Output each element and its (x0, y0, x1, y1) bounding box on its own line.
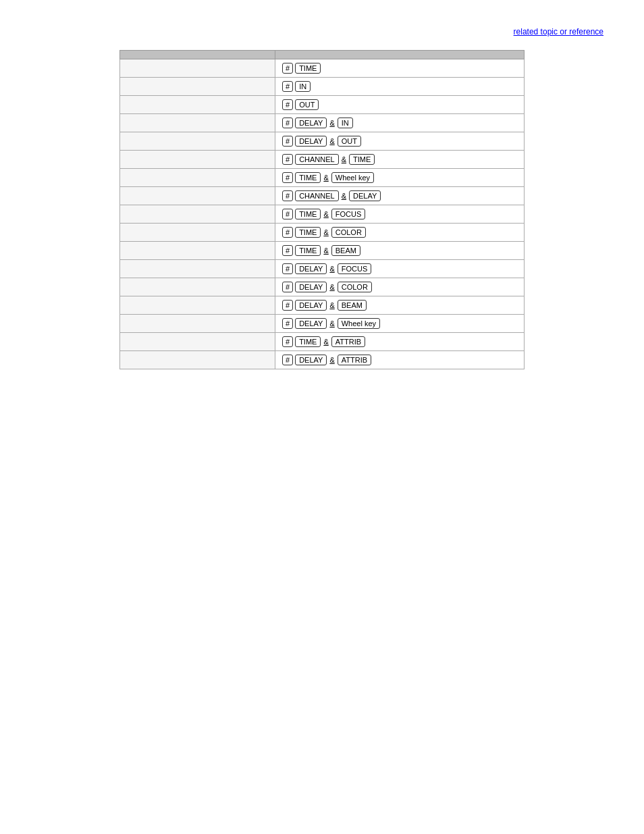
table-row: #DELAY&ATTRIB (120, 351, 525, 369)
keyboard-key: Wheel key (338, 318, 380, 329)
reference-link[interactable]: related topic or reference (41, 27, 603, 36)
keyboard-key: FOCUS (338, 263, 372, 274)
page-header: related topic or reference (41, 27, 603, 36)
keyboard-key: TIME (295, 245, 321, 256)
row-keys: #CHANNEL&TIME (275, 151, 525, 169)
row-label (120, 296, 275, 315)
row-keys: #TIME&ATTRIB (275, 333, 525, 351)
keyboard-key: DELAY (295, 136, 327, 147)
table-row: #TIME&Wheel key (120, 169, 525, 187)
row-label (120, 205, 275, 224)
row-label (120, 169, 275, 187)
table-row: #DELAY&Wheel key (120, 315, 525, 333)
table-row: #TIME&BEAM (120, 242, 525, 260)
keyboard-key: TIME (295, 63, 321, 74)
keyboard-key: OUT (338, 136, 361, 147)
shortcuts-table: #TIME#IN#OUT#DELAY&IN#DELAY&OUT#CHANNEL&… (119, 50, 525, 369)
hash-key: # (282, 118, 293, 128)
keyboard-key: COLOR (331, 227, 366, 238)
keyboard-key: CHANNEL (295, 154, 339, 165)
row-keys: #DELAY&OUT (275, 132, 525, 151)
row-label (120, 96, 275, 114)
ampersand: & (342, 192, 346, 200)
table-row: #TIME (120, 59, 525, 78)
keyboard-key: IN (295, 81, 311, 92)
table-row: #TIME&COLOR (120, 224, 525, 242)
hash-key: # (282, 263, 293, 274)
ampersand: & (329, 319, 334, 328)
ampersand: & (329, 137, 334, 145)
ampersand: & (329, 283, 334, 291)
row-keys: #TIME (275, 59, 525, 78)
keyboard-key: DELAY (295, 318, 327, 329)
row-keys: #CHANNEL&DELAY (275, 187, 525, 205)
row-keys: #TIME&COLOR (275, 224, 525, 242)
row-label (120, 114, 275, 132)
keyboard-key: CHANNEL (295, 190, 339, 201)
keyboard-key: Wheel key (331, 172, 374, 183)
table-row: #CHANNEL&DELAY (120, 187, 525, 205)
row-keys: #TIME&FOCUS (275, 205, 525, 224)
keyboard-key: OUT (295, 99, 319, 110)
row-label (120, 351, 275, 369)
hash-key: # (282, 355, 293, 365)
table-row: #DELAY&IN (120, 114, 525, 132)
keyboard-key: TIME (295, 209, 321, 219)
hash-key: # (282, 300, 293, 311)
keyboard-key: ATTRIB (338, 355, 371, 365)
row-label (120, 242, 275, 260)
row-label (120, 151, 275, 169)
keyboard-key: TIME (295, 227, 321, 238)
row-label (120, 187, 275, 205)
keyboard-key: IN (338, 118, 353, 128)
row-keys: #DELAY&FOCUS (275, 260, 525, 278)
hash-key: # (282, 99, 293, 110)
row-keys: #TIME&BEAM (275, 242, 525, 260)
keyboard-key: DELAY (295, 355, 327, 365)
row-label (120, 132, 275, 151)
hash-key: # (282, 190, 293, 201)
hash-key: # (282, 227, 293, 238)
ampersand: & (323, 228, 328, 236)
hash-key: # (282, 154, 293, 165)
row-keys: #DELAY&ATTRIB (275, 351, 525, 369)
keyboard-key: DELAY (349, 190, 381, 201)
table-row: #DELAY&OUT (120, 132, 525, 151)
col1-header (120, 51, 275, 59)
hash-key: # (282, 209, 293, 219)
hash-key: # (282, 318, 293, 329)
table-row: #TIME&ATTRIB (120, 333, 525, 351)
row-keys: #IN (275, 78, 525, 96)
hash-key: # (282, 81, 293, 92)
keyboard-key: BEAM (331, 245, 360, 256)
table-row: #DELAY&BEAM (120, 296, 525, 315)
table-row: #IN (120, 78, 525, 96)
ampersand: & (323, 338, 328, 346)
hash-key: # (282, 282, 293, 292)
table-row: #CHANNEL&TIME (120, 151, 525, 169)
ampersand: & (329, 356, 334, 364)
keyboard-key: DELAY (295, 300, 327, 311)
ampersand: & (342, 155, 346, 163)
row-keys: #TIME&Wheel key (275, 169, 525, 187)
row-label (120, 333, 275, 351)
table-row: #DELAY&FOCUS (120, 260, 525, 278)
keyboard-key: BEAM (338, 300, 367, 311)
ampersand: & (329, 301, 334, 309)
hash-key: # (282, 245, 293, 256)
row-label (120, 278, 275, 296)
hash-key: # (282, 336, 293, 347)
row-keys: #DELAY&BEAM (275, 296, 525, 315)
row-label (120, 224, 275, 242)
ampersand: & (323, 210, 328, 218)
col2-header (275, 51, 525, 59)
keyboard-key: TIME (295, 172, 321, 183)
table-row: #OUT (120, 96, 525, 114)
hash-key: # (282, 172, 293, 183)
keyboard-key: TIME (349, 154, 375, 165)
keyboard-key: COLOR (338, 282, 372, 292)
hash-key: # (282, 136, 293, 147)
ampersand: & (323, 174, 328, 182)
hash-key: # (282, 63, 293, 74)
row-keys: #DELAY&COLOR (275, 278, 525, 296)
